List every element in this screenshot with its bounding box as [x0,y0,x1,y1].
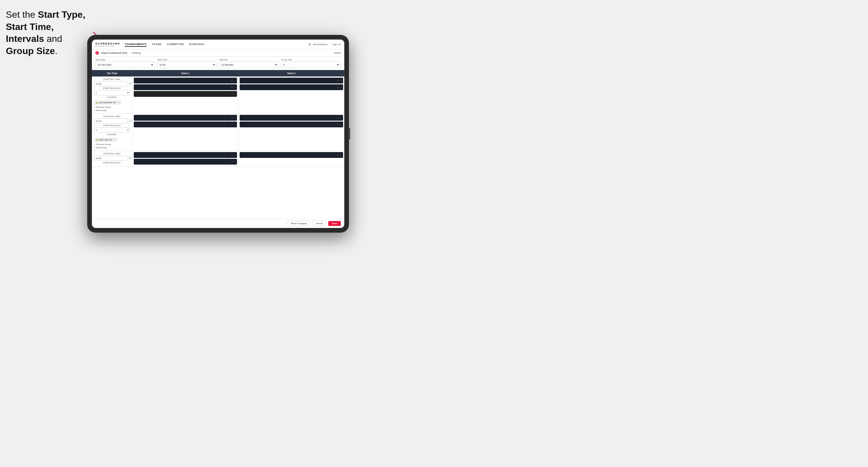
g3-t1-p2-x[interactable]: ✕ [231,160,233,163]
g1-course-name: (A) Peachtree GC [99,101,116,104]
g3-t2-p1-edit[interactable]: ○ [340,154,342,156]
g3-t2-p1: ✕ ○ [240,152,343,158]
g1-t1-p1-edit[interactable]: ○ [234,80,236,82]
g1-t1-p3-edit[interactable]: ○ [234,93,236,95]
g1-t2-p1-edit[interactable]: ○ [340,80,342,82]
g2-team2-col: ✕ ○ ✕ ○ [239,114,344,151]
breadcrumb-section: Hosting [132,52,141,54]
g1-t2-p2-x[interactable]: ✕ [337,86,339,89]
g1-t2-p2: ✕ ○ [240,84,343,90]
intervals-group: Intervals 10 Minutes [219,58,279,68]
g2-t2-p1-edit[interactable]: ○ [340,117,342,119]
g1-hole-row: 1 [94,90,130,95]
g2-course-tag: ⛳ East Lake GC ✕ [94,138,117,142]
cancel-button[interactable]: Cancel [312,221,326,226]
start-type-label: Start Type [95,58,155,61]
reset-changes-button[interactable]: Reset Changes [287,221,310,226]
g2-t1-p2-x[interactable]: ✕ [231,123,233,126]
th-team2: Team 2 [239,70,344,76]
g1-time-label: STARTING TIME: [94,78,130,80]
group3-side: STARTING TIME: 🕐 STARTING HOLE: [92,151,133,167]
instruction-line1-normal: Set the [6,9,38,20]
group-size-label: Group Size [281,58,341,61]
back-button[interactable]: ‹ Back [333,52,341,54]
g1-time-input[interactable] [94,81,128,86]
app-logo: SCOREBOARD Powered by clipp [95,42,120,47]
g1-t1-p3: ✕ ○ [134,91,237,97]
g2-t2-p1: ✕ ○ [240,115,343,121]
group-size-group: Group Size 3 [281,58,341,68]
start-type-select[interactable]: 1st Tee Start [95,62,155,68]
g1-t2-p2-edit[interactable]: ○ [340,86,342,89]
nav-user-area: blair@clippd.io | Sign out [308,43,341,46]
start-time-select[interactable]: 10:00 [157,62,217,68]
g2-t2-p2-x[interactable]: ✕ [337,123,339,126]
group-size-select[interactable]: 3 [281,62,341,68]
g1-hole-select[interactable]: 1 [94,90,130,95]
g2-t2-p2-edit[interactable]: ○ [340,123,342,126]
g1-t2-p1-x[interactable]: ✕ [337,80,339,82]
nav-tab-rankings[interactable]: RANKINGS [189,42,205,47]
nav-tabs: TOURNAMENTS TEAMS COMMITTEE RANKINGS [125,42,308,47]
g2-t1-p1-edit[interactable]: ○ [234,117,236,119]
th-tee-time: Tee Time [92,70,133,76]
g2-team1-col: ✕ ○ ✕ ○ [133,114,239,151]
g2-course-icon: ⛳ [96,139,98,141]
tablet-screen: SCOREBOARD Powered by clipp TOURNAMENTS … [92,39,344,228]
g1-t1-p2: ✕ ○ [134,84,237,90]
sign-out-link[interactable]: Sign out [332,43,341,45]
g3-t1-p2-edit[interactable]: ○ [234,160,236,163]
instruction-text: Set the Start Type, Start Time, Interval… [6,9,93,57]
org-name[interactable]: Clippd Invitational (Me) [101,52,127,54]
nav-tab-tournaments[interactable]: TOURNAMENTS [125,42,147,47]
g2-time-label: STARTING TIME: [94,116,130,118]
breadcrumb-bar: C Clippd Invitational (Me) › Hosting ‹ B… [92,50,344,57]
g3-clock-icon: 🕐 [128,156,132,160]
start-time-group: Start Time 10:00 [157,58,217,68]
intervals-select[interactable]: 10 Minutes [219,62,279,68]
g1-add-group[interactable]: + Add Group [94,109,130,112]
g1-course-icon: ⛳ [96,101,98,104]
instruction-line3-bold: Intervals [6,33,44,44]
g1-team1-col: ✕ ○ ✕ ○ ✕ ○ [133,76,239,114]
g1-t1-p2-x[interactable]: ✕ [231,86,233,89]
g2-actions: ○Remove Group + Add Group [94,143,130,149]
g2-course-name: East Lake GC [99,138,113,141]
g3-t1-p1: ✕ ○ [134,152,237,158]
g1-team2-col: ✕ ○ ✕ ○ [239,76,344,114]
tee-group-3: STARTING TIME: 🕐 STARTING HOLE: ✕ ○ ✕ ○ [92,151,344,167]
settings-row: Start Type 1st Tee Start Start Time 10:0… [92,57,344,70]
tablet-device: SCOREBOARD Powered by clipp TOURNAMENTS … [87,35,349,232]
navbar: SCOREBOARD Powered by clipp TOURNAMENTS … [92,39,344,50]
save-button[interactable]: Save [328,221,341,226]
g1-t1-p3-x[interactable]: ✕ [231,93,233,95]
main-content: Tee Time Team 1 Team 2 STARTING TIME: 🕐 … [92,70,344,219]
g2-t2-p1-x[interactable]: ✕ [337,117,339,119]
g2-hole-select[interactable]: 1 [94,127,130,133]
g3-t1-p1-x[interactable]: ✕ [231,154,233,156]
g3-t1-p1-edit[interactable]: ○ [234,154,236,156]
group1-side: STARTING TIME: 🕐 STARTING HOLE: 1 COURSE… [92,76,133,114]
nav-tab-teams[interactable]: TEAMS [152,42,162,47]
g1-t1-p1: ✕ ○ [134,77,237,84]
g1-t1-p2-edit[interactable]: ○ [234,86,236,89]
g3-t2-p1-x[interactable]: ✕ [337,154,339,156]
g3-time-input[interactable] [94,156,128,161]
g2-course-remove[interactable]: ✕ [114,139,116,141]
g2-t1-p1-x[interactable]: ✕ [231,117,233,119]
g2-t1-p1: ✕ ○ [134,115,237,121]
g1-actions: ○Remove Group + Add Group [94,106,130,112]
g2-add-group[interactable]: + Add Group [94,146,130,149]
g2-remove-group[interactable]: ○Remove Group [94,143,130,146]
g2-time-input[interactable] [94,118,128,124]
g1-t1-p1-x[interactable]: ✕ [231,80,233,82]
g2-t1-p2-edit[interactable]: ○ [234,123,236,126]
g1-remove-group[interactable]: ○Remove Group [94,106,130,108]
g3-team1-col: ✕ ○ ✕ ○ [133,151,239,167]
start-type-group: Start Type 1st Tee Start [95,58,155,68]
g1-clock-icon: 🕐 [128,82,132,86]
nav-tab-committee[interactable]: COMMITTEE [167,42,184,47]
g1-course-remove[interactable]: ✕ [118,101,120,104]
instruction-line2-bold: Start Time, [6,22,54,32]
g3-time-row: 🕐 [94,156,130,161]
